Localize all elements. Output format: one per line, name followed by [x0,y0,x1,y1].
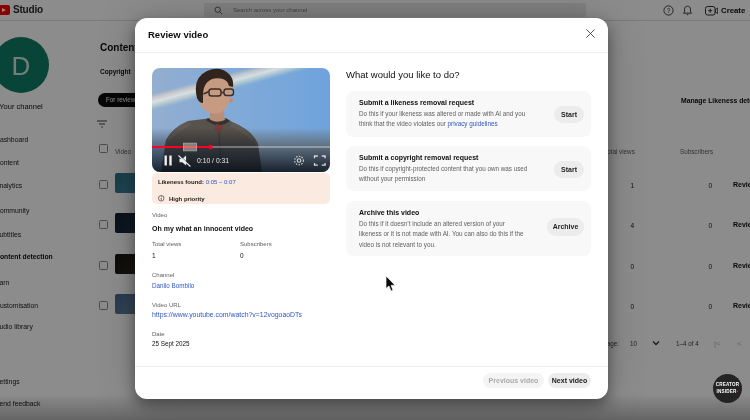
svg-text:0:10 / 0:31: 0:10 / 0:31 [197,157,229,164]
